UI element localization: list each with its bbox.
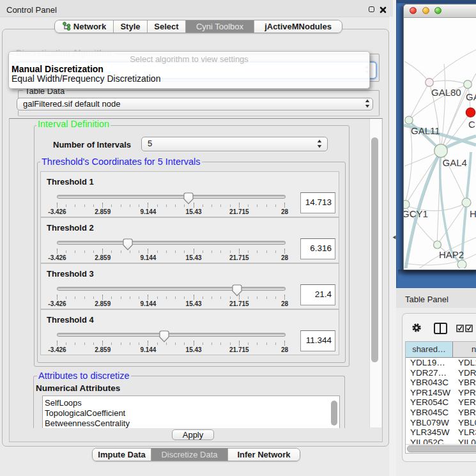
svg-text:HAP2: HAP2 xyxy=(439,249,464,260)
svg-text:C: C xyxy=(468,119,475,130)
svg-text:GA: GA xyxy=(466,91,476,102)
svg-text:GAL4: GAL4 xyxy=(443,157,467,168)
svg-text:GCY1: GCY1 xyxy=(404,208,428,219)
svg-text:GAL11: GAL11 xyxy=(411,125,440,136)
svg-text:H: H xyxy=(470,208,476,219)
svg-text:GAL80: GAL80 xyxy=(431,87,461,98)
